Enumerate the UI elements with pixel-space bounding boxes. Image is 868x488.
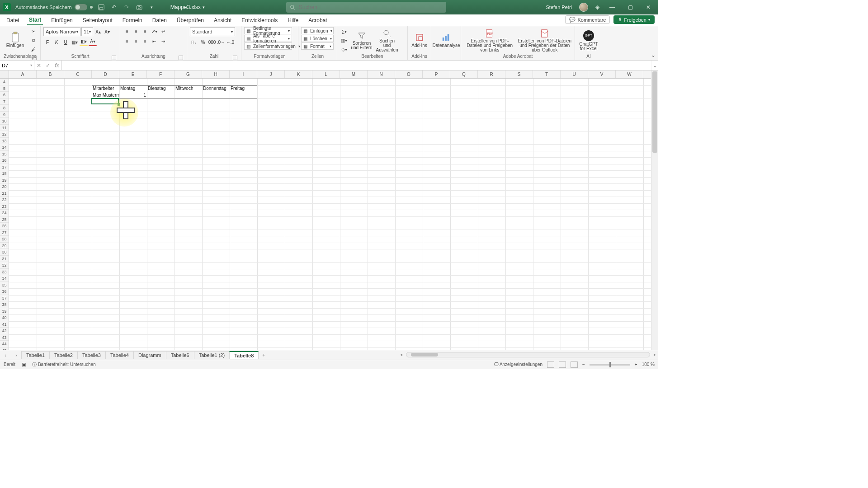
format-painter-icon[interactable]: 🖌 bbox=[29, 46, 38, 54]
sheet-tab[interactable]: Tabelle3 bbox=[77, 351, 106, 359]
col-header[interactable]: W bbox=[616, 70, 643, 78]
wrap-text-icon[interactable]: ↩ bbox=[159, 27, 167, 35]
underline-icon[interactable]: U bbox=[61, 38, 70, 46]
col-header[interactable]: F bbox=[147, 70, 175, 78]
orientation-icon[interactable]: ⤢▾ bbox=[150, 27, 158, 35]
align-right-icon[interactable]: ≡ bbox=[141, 37, 149, 45]
cell-styles-button[interactable]: ▥Zellenformatvorlagen▾ bbox=[244, 42, 292, 50]
row-header[interactable]: 42 bbox=[0, 328, 9, 334]
chatgpt-button[interactable]: GPT ChatGPT for Excel bbox=[578, 30, 599, 51]
accept-formula-icon[interactable]: ✓ bbox=[43, 62, 52, 69]
grow-font-icon[interactable]: A▴ bbox=[94, 28, 102, 36]
redo-icon[interactable]: ↷ bbox=[123, 3, 131, 11]
add-sheet-button[interactable]: ＋ bbox=[259, 352, 269, 358]
zoom-slider[interactable] bbox=[590, 364, 630, 366]
hscroll-right-icon[interactable]: ▸ bbox=[654, 352, 656, 357]
row-header[interactable]: 10 bbox=[0, 118, 9, 125]
fill-icon[interactable]: ▥▾ bbox=[340, 37, 348, 45]
tab-daten[interactable]: Daten bbox=[151, 16, 169, 25]
col-header[interactable]: I bbox=[230, 70, 257, 78]
sheet-tab[interactable]: Tabelle4 bbox=[105, 351, 134, 359]
row-header[interactable]: 36 bbox=[0, 288, 9, 295]
row-header[interactable]: 22 bbox=[0, 197, 9, 203]
search-box[interactable] bbox=[286, 2, 446, 13]
autosave-toggle[interactable]: Automatisches Speichern bbox=[15, 4, 93, 10]
dialog-launcher-icon[interactable] bbox=[112, 56, 116, 60]
col-header[interactable]: D bbox=[92, 70, 119, 78]
macro-record-icon[interactable]: ▣ bbox=[22, 362, 26, 367]
font-name-combo[interactable]: Aptos Narrow▾ bbox=[43, 27, 80, 36]
pdf-outlook-button[interactable]: Erstellen von PDF-Dateien und Freigeben … bbox=[518, 29, 572, 52]
tab-hilfe[interactable]: Hilfe bbox=[286, 16, 300, 25]
row-header[interactable]: 11 bbox=[0, 125, 9, 131]
row-header[interactable]: 43 bbox=[0, 334, 9, 341]
zoom-in-icon[interactable]: + bbox=[635, 362, 637, 367]
col-header[interactable]: Q bbox=[450, 70, 478, 78]
data-analysis-button[interactable]: Datenanalyse bbox=[434, 33, 458, 48]
row-header[interactable]: 37 bbox=[0, 295, 9, 302]
align-center-icon[interactable]: ≡ bbox=[132, 37, 140, 45]
sheet-tab[interactable]: Tabelle6 bbox=[166, 351, 194, 359]
col-header[interactable]: M bbox=[340, 70, 368, 78]
align-top-icon[interactable]: ≡ bbox=[123, 27, 131, 35]
sheet-tab[interactable]: Tabelle8 bbox=[229, 351, 259, 359]
row-header[interactable]: 40 bbox=[0, 314, 9, 321]
row-header[interactable]: 13 bbox=[0, 138, 9, 145]
row-header[interactable]: 30 bbox=[0, 249, 9, 256]
cells-area[interactable]: MitarbeiterMontagDienstagMittwochDonners… bbox=[9, 79, 651, 350]
close-icon[interactable]: ✕ bbox=[643, 4, 654, 10]
row-header[interactable]: 35 bbox=[0, 282, 9, 289]
row-header[interactable]: 4 bbox=[0, 79, 9, 85]
toggle-off-icon[interactable] bbox=[75, 4, 87, 10]
col-header[interactable]: T bbox=[533, 70, 561, 78]
dialog-launcher-icon[interactable] bbox=[32, 56, 37, 60]
row-header[interactable]: 18 bbox=[0, 170, 9, 177]
horizontal-scrollbar[interactable]: ◂ ▸ bbox=[406, 352, 650, 357]
delete-cells-button[interactable]: ▦Löschen▾ bbox=[301, 35, 334, 42]
col-header[interactable]: E bbox=[119, 70, 147, 78]
fx-icon[interactable]: fx bbox=[52, 62, 61, 69]
zoom-value[interactable]: 100 % bbox=[642, 362, 655, 367]
row-header[interactable]: 28 bbox=[0, 236, 9, 243]
tab-seitenlayout[interactable]: Seitenlayout bbox=[81, 16, 114, 25]
view-pagebreak-icon[interactable] bbox=[571, 361, 578, 368]
font-size-combo[interactable]: 11▾ bbox=[81, 27, 93, 36]
pdf-links-button[interactable]: PDF Erstellen von PDF-Dateien und Freige… bbox=[464, 29, 516, 52]
view-normal-icon[interactable] bbox=[547, 361, 554, 368]
tab-ansicht[interactable]: Ansicht bbox=[212, 16, 233, 25]
hscroll-left-icon[interactable]: ◂ bbox=[400, 352, 402, 357]
currency-icon[interactable]: ⌷▾ bbox=[190, 38, 198, 46]
col-header[interactable]: C bbox=[64, 70, 92, 78]
col-header[interactable]: O bbox=[395, 70, 423, 78]
col-header[interactable]: V bbox=[588, 70, 616, 78]
expand-formula-icon[interactable]: ⌄ bbox=[651, 61, 658, 70]
align-bottom-icon[interactable]: ≡ bbox=[141, 27, 149, 35]
search-input[interactable] bbox=[299, 4, 443, 10]
tab-entwicklertools[interactable]: Entwicklertools bbox=[240, 16, 279, 25]
italic-icon[interactable]: K bbox=[52, 38, 61, 46]
col-header[interactable]: G bbox=[175, 70, 202, 78]
row-header[interactable]: 21 bbox=[0, 190, 9, 197]
bold-icon[interactable]: F bbox=[43, 38, 52, 46]
paste-button[interactable]: Einfügen bbox=[3, 33, 28, 48]
sheet-tab[interactable]: Tabelle1 (2) bbox=[194, 351, 230, 359]
format-as-table-button[interactable]: ▤Als Tabelle formatieren▾ bbox=[244, 35, 292, 42]
sheet-tab[interactable]: Tabelle2 bbox=[49, 351, 78, 359]
chevron-down-icon[interactable]: ▾ bbox=[30, 63, 32, 67]
collapse-ribbon-icon[interactable]: ⌄ bbox=[651, 52, 656, 58]
align-middle-icon[interactable]: ≡ bbox=[132, 27, 140, 35]
autosum-icon[interactable]: ∑▾ bbox=[340, 28, 348, 36]
user-avatar-icon[interactable] bbox=[579, 3, 588, 12]
col-header[interactable]: H bbox=[202, 70, 230, 78]
col-header[interactable]: P bbox=[423, 70, 450, 78]
indent-decrease-icon[interactable]: ⇤ bbox=[150, 37, 158, 45]
col-header[interactable]: R bbox=[478, 70, 505, 78]
tab-ueberpruefen[interactable]: Überprüfen bbox=[175, 16, 206, 25]
minimize-icon[interactable]: — bbox=[607, 4, 618, 10]
dialog-launcher-icon[interactable] bbox=[233, 56, 237, 60]
row-header[interactable]: 31 bbox=[0, 256, 9, 263]
formula-input[interactable] bbox=[62, 61, 651, 70]
select-all-corner[interactable] bbox=[0, 70, 9, 79]
col-header[interactable]: J bbox=[257, 70, 285, 78]
col-header[interactable]: K bbox=[285, 70, 312, 78]
